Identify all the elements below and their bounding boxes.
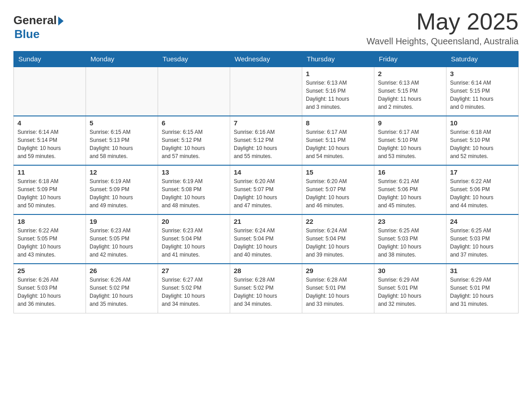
page-header: General Blue May 2025 Wavell Heights, Qu… <box>13 9 519 47</box>
day-number: 2 <box>378 70 442 77</box>
day-number: 24 <box>450 218 515 225</box>
day-info: Sunrise: 6:14 AM Sunset: 5:14 PM Dayligh… <box>17 128 82 160</box>
calendar-cell: 20Sunrise: 6:23 AM Sunset: 5:04 PM Dayli… <box>158 214 230 264</box>
day-info: Sunrise: 6:20 AM Sunset: 5:07 PM Dayligh… <box>234 177 298 210</box>
calendar-cell <box>158 67 230 116</box>
calendar-cell: 12Sunrise: 6:19 AM Sunset: 5:09 PM Dayli… <box>86 165 158 214</box>
day-info: Sunrise: 6:24 AM Sunset: 5:04 PM Dayligh… <box>234 227 298 259</box>
day-number: 18 <box>17 218 82 225</box>
calendar-header-sunday: Sunday <box>14 51 86 67</box>
calendar-cell: 2Sunrise: 6:13 AM Sunset: 5:15 PM Daylig… <box>374 67 446 116</box>
day-info: Sunrise: 6:28 AM Sunset: 5:01 PM Dayligh… <box>306 276 370 308</box>
calendar-cell: 15Sunrise: 6:20 AM Sunset: 5:07 PM Dayli… <box>302 165 374 214</box>
day-number: 6 <box>162 119 226 127</box>
calendar-cell: 7Sunrise: 6:16 AM Sunset: 5:12 PM Daylig… <box>230 116 302 165</box>
day-number: 8 <box>306 119 370 127</box>
day-number: 22 <box>306 218 370 225</box>
calendar-cell: 25Sunrise: 6:26 AM Sunset: 5:03 PM Dayli… <box>14 264 86 313</box>
day-info: Sunrise: 6:18 AM Sunset: 5:10 PM Dayligh… <box>450 128 515 160</box>
day-info: Sunrise: 6:26 AM Sunset: 5:02 PM Dayligh… <box>90 276 154 308</box>
day-number: 10 <box>450 119 515 127</box>
week-row-3: 11Sunrise: 6:18 AM Sunset: 5:09 PM Dayli… <box>14 165 519 214</box>
day-number: 30 <box>378 267 442 274</box>
calendar-cell: 31Sunrise: 6:29 AM Sunset: 5:01 PM Dayli… <box>446 264 519 313</box>
day-number: 25 <box>17 267 82 274</box>
calendar-cell <box>86 67 158 116</box>
day-number: 1 <box>306 70 370 77</box>
calendar-cell: 21Sunrise: 6:24 AM Sunset: 5:04 PM Dayli… <box>230 214 302 264</box>
calendar-cell: 14Sunrise: 6:20 AM Sunset: 5:07 PM Dayli… <box>230 165 302 214</box>
calendar-cell: 22Sunrise: 6:24 AM Sunset: 5:04 PM Dayli… <box>302 214 374 264</box>
calendar-cell: 10Sunrise: 6:18 AM Sunset: 5:10 PM Dayli… <box>446 116 519 165</box>
calendar-header-saturday: Saturday <box>446 51 519 67</box>
calendar-header-tuesday: Tuesday <box>158 51 230 67</box>
calendar-header-thursday: Thursday <box>302 51 374 67</box>
week-row-1: 1Sunrise: 6:13 AM Sunset: 5:16 PM Daylig… <box>14 67 519 116</box>
week-row-5: 25Sunrise: 6:26 AM Sunset: 5:03 PM Dayli… <box>14 264 519 313</box>
calendar-cell: 23Sunrise: 6:25 AM Sunset: 5:03 PM Dayli… <box>374 214 446 264</box>
calendar-cell: 1Sunrise: 6:13 AM Sunset: 5:16 PM Daylig… <box>302 67 374 116</box>
day-info: Sunrise: 6:21 AM Sunset: 5:06 PM Dayligh… <box>378 177 442 210</box>
calendar-cell: 24Sunrise: 6:25 AM Sunset: 5:03 PM Dayli… <box>446 214 519 264</box>
logo: General Blue <box>13 13 64 41</box>
day-info: Sunrise: 6:29 AM Sunset: 5:01 PM Dayligh… <box>378 276 442 308</box>
day-info: Sunrise: 6:18 AM Sunset: 5:09 PM Dayligh… <box>17 177 82 210</box>
day-number: 19 <box>90 218 154 225</box>
day-number: 26 <box>90 267 154 274</box>
calendar-cell: 27Sunrise: 6:27 AM Sunset: 5:02 PM Dayli… <box>158 264 230 313</box>
calendar-cell: 5Sunrise: 6:15 AM Sunset: 5:13 PM Daylig… <box>86 116 158 165</box>
day-info: Sunrise: 6:15 AM Sunset: 5:12 PM Dayligh… <box>162 128 226 160</box>
day-info: Sunrise: 6:26 AM Sunset: 5:03 PM Dayligh… <box>17 276 82 308</box>
day-number: 20 <box>162 218 226 225</box>
calendar-cell: 11Sunrise: 6:18 AM Sunset: 5:09 PM Dayli… <box>14 165 86 214</box>
day-number: 7 <box>234 119 298 127</box>
calendar-cell: 6Sunrise: 6:15 AM Sunset: 5:12 PM Daylig… <box>158 116 230 165</box>
day-info: Sunrise: 6:20 AM Sunset: 5:07 PM Dayligh… <box>306 177 370 210</box>
logo-general-text: General <box>13 13 57 27</box>
calendar-cell: 19Sunrise: 6:23 AM Sunset: 5:05 PM Dayli… <box>86 214 158 264</box>
day-info: Sunrise: 6:23 AM Sunset: 5:04 PM Dayligh… <box>162 227 226 259</box>
calendar-cell: 29Sunrise: 6:28 AM Sunset: 5:01 PM Dayli… <box>302 264 374 313</box>
calendar-table: SundayMondayTuesdayWednesdayThursdayFrid… <box>13 51 519 313</box>
day-info: Sunrise: 6:22 AM Sunset: 5:05 PM Dayligh… <box>17 227 82 259</box>
day-number: 9 <box>378 119 442 127</box>
day-number: 28 <box>234 267 298 274</box>
day-number: 31 <box>450 267 515 274</box>
location-title: Wavell Heights, Queensland, Australia <box>367 36 519 47</box>
day-info: Sunrise: 6:19 AM Sunset: 5:08 PM Dayligh… <box>162 177 226 210</box>
day-number: 17 <box>450 168 515 176</box>
day-info: Sunrise: 6:28 AM Sunset: 5:02 PM Dayligh… <box>234 276 298 308</box>
calendar-cell: 3Sunrise: 6:14 AM Sunset: 5:15 PM Daylig… <box>446 67 519 116</box>
day-info: Sunrise: 6:17 AM Sunset: 5:10 PM Dayligh… <box>378 128 442 160</box>
day-info: Sunrise: 6:22 AM Sunset: 5:06 PM Dayligh… <box>450 177 515 210</box>
month-title: May 2025 <box>367 9 519 34</box>
day-info: Sunrise: 6:23 AM Sunset: 5:05 PM Dayligh… <box>90 227 154 259</box>
calendar-cell: 16Sunrise: 6:21 AM Sunset: 5:06 PM Dayli… <box>374 165 446 214</box>
day-info: Sunrise: 6:27 AM Sunset: 5:02 PM Dayligh… <box>162 276 226 308</box>
calendar-cell: 8Sunrise: 6:17 AM Sunset: 5:11 PM Daylig… <box>302 116 374 165</box>
calendar-cell: 18Sunrise: 6:22 AM Sunset: 5:05 PM Dayli… <box>14 214 86 264</box>
day-number: 23 <box>378 218 442 225</box>
day-number: 11 <box>17 168 82 176</box>
day-info: Sunrise: 6:17 AM Sunset: 5:11 PM Dayligh… <box>306 128 370 160</box>
calendar-cell <box>14 67 86 116</box>
day-number: 15 <box>306 168 370 176</box>
calendar-cell: 17Sunrise: 6:22 AM Sunset: 5:06 PM Dayli… <box>446 165 519 214</box>
day-info: Sunrise: 6:16 AM Sunset: 5:12 PM Dayligh… <box>234 128 298 160</box>
day-number: 27 <box>162 267 226 274</box>
calendar-cell: 9Sunrise: 6:17 AM Sunset: 5:10 PM Daylig… <box>374 116 446 165</box>
day-number: 5 <box>90 119 154 127</box>
day-info: Sunrise: 6:25 AM Sunset: 5:03 PM Dayligh… <box>378 227 442 259</box>
day-number: 12 <box>90 168 154 176</box>
day-info: Sunrise: 6:13 AM Sunset: 5:16 PM Dayligh… <box>306 79 370 111</box>
day-info: Sunrise: 6:19 AM Sunset: 5:09 PM Dayligh… <box>90 177 154 210</box>
calendar-header-friday: Friday <box>374 51 446 67</box>
logo-arrow-icon <box>58 17 64 26</box>
day-number: 16 <box>378 168 442 176</box>
day-info: Sunrise: 6:24 AM Sunset: 5:04 PM Dayligh… <box>306 227 370 259</box>
calendar-header-monday: Monday <box>86 51 158 67</box>
calendar-cell <box>230 67 302 116</box>
day-number: 14 <box>234 168 298 176</box>
day-info: Sunrise: 6:15 AM Sunset: 5:13 PM Dayligh… <box>90 128 154 160</box>
title-block: May 2025 Wavell Heights, Queensland, Aus… <box>367 9 519 47</box>
